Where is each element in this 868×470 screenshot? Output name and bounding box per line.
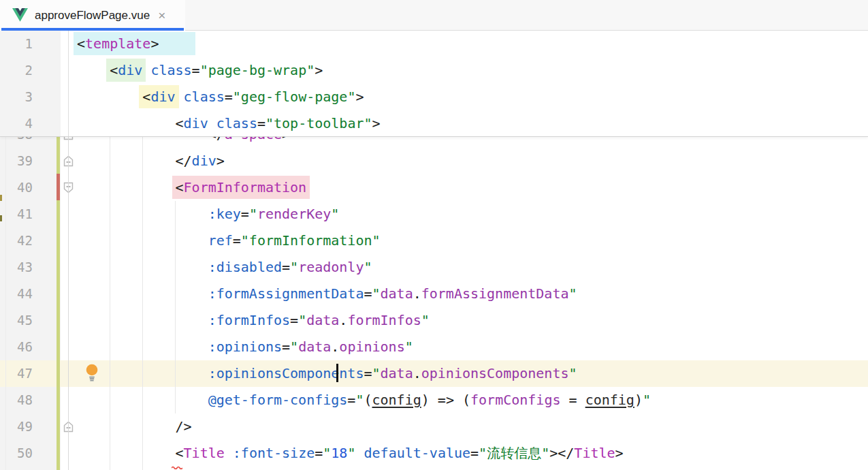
code-line[interactable]: 38 </a-space>: [0, 137, 868, 148]
code-line[interactable]: 39 </div>: [0, 148, 868, 174]
line-number[interactable]: 1: [0, 31, 33, 57]
text-caret: [336, 364, 338, 382]
code-line[interactable]: 47 :opinionsComponents="data.opinionsCom…: [0, 360, 868, 387]
code-line[interactable]: 4 <div class="top-toolbar">: [0, 110, 868, 137]
code-text: <template>: [77, 31, 192, 57]
code-token: [77, 445, 176, 461]
editor-tab-approveflowpage[interactable]: approveFlowPage.vue ×: [0, 0, 185, 31]
code-line[interactable]: 44 :formAssignmentData="data.formAssignm…: [0, 281, 868, 307]
tab-title: approveFlowPage.vue: [35, 9, 150, 22]
code-token: ): [421, 392, 430, 408]
code-line[interactable]: 42 ref="formInformation": [0, 228, 868, 254]
code-line[interactable]: 48 @get-form-configs="(config) => (formC…: [0, 387, 868, 413]
code-line[interactable]: 43 :disabled="readonly": [0, 254, 868, 281]
code-token: ": [421, 312, 430, 328]
code-text: </div>: [77, 148, 225, 174]
code-token: =: [347, 392, 355, 408]
code-text: ref="formInformation": [77, 228, 381, 254]
code-token: class: [184, 89, 225, 105]
lightbulb-icon[interactable]: [85, 363, 99, 385]
code-text: <div class="top-toolbar">: [77, 110, 381, 137]
code-line[interactable]: 46 :opinions="data.opinions": [0, 334, 868, 360]
code-token: =: [257, 115, 266, 131]
code-token: [77, 179, 176, 195]
code-token: [225, 445, 233, 461]
line-number[interactable]: 4: [0, 110, 33, 137]
code-text: :opinionsComponents="data.opinionsCompon…: [77, 360, 577, 387]
code-text: <div class="geg-flow-page">: [77, 84, 364, 110]
code-token: data: [298, 339, 331, 355]
code-token: =: [282, 259, 290, 275]
code-area: 38 </a-space>39 </div>40 <FormInformatio…: [0, 137, 868, 467]
code-token: class: [216, 115, 257, 131]
code-token: =: [192, 62, 200, 78]
code-token: [77, 115, 176, 131]
code-token: [560, 392, 568, 408]
code-text: <Title :font-size="18" default-value="流转…: [77, 440, 624, 467]
code-token: />: [176, 418, 192, 435]
code-token: :formAssignmentData: [208, 285, 364, 302]
code-token: class: [150, 62, 191, 78]
code-token: opinionsComponents: [421, 365, 569, 381]
code-token: "formInformation": [241, 232, 381, 249]
code-token: ": [372, 285, 380, 302]
tab-close-icon[interactable]: ×: [158, 9, 165, 22]
code-token: [355, 445, 364, 461]
sticky-lines-panel: 1<template> 2 <div class="page-bg-wrap">…: [0, 31, 868, 137]
code-text: <FormInformation: [77, 174, 306, 201]
code-text: <div class="page-bg-wrap">: [77, 57, 323, 84]
code-token: div: [184, 115, 208, 131]
code-token: >: [372, 115, 381, 131]
code-token: ): [634, 392, 643, 408]
code-token: formInfos: [347, 312, 421, 328]
code-token: data: [306, 312, 339, 328]
code-token: =: [470, 445, 479, 461]
code-token: ": [347, 445, 355, 461]
code-editor[interactable]: 38 </a-space>39 </div>40 <FormInformatio…: [0, 137, 868, 470]
code-token: :formInfos: [208, 312, 290, 328]
code-token: </: [176, 153, 192, 169]
code-line[interactable]: 3 <div class="geg-flow-page">: [0, 84, 868, 110]
code-token: ": [372, 365, 380, 381]
code-text: :formInfos="data.formInfos": [77, 307, 430, 334]
code-token: default-value: [364, 445, 471, 461]
code-token: >: [315, 62, 323, 78]
code-token: renderKey: [257, 206, 331, 222]
line-number[interactable]: 3: [0, 84, 33, 110]
code-token: ": [298, 312, 306, 328]
code-token: "geg-flow-page": [233, 89, 356, 105]
code-token: >: [355, 89, 364, 105]
code-line[interactable]: 45 :formInfos="data.formInfos": [0, 307, 868, 334]
stripe-mark: [0, 215, 2, 221]
code-token: ": [643, 392, 651, 408]
code-token: =: [225, 89, 233, 105]
code-line[interactable]: 1<template>: [0, 31, 868, 57]
code-token: (: [462, 392, 470, 408]
code-token: <: [139, 85, 150, 108]
code-token: <: [176, 115, 184, 131]
code-token: ": [249, 206, 257, 222]
indent-guide: [110, 137, 110, 470]
line-number[interactable]: 2: [0, 57, 33, 84]
code-line[interactable]: 49 />: [0, 413, 868, 440]
code-token: <: [106, 59, 118, 82]
code-line[interactable]: 41 :key="renderKey": [0, 201, 868, 228]
indent-guide: [142, 137, 143, 470]
code-token: [577, 392, 585, 408]
code-line[interactable]: 50 <Title :font-size="18" default-value=…: [0, 440, 868, 467]
code-token: "流转信息": [479, 445, 549, 461]
indent-guide: [175, 201, 176, 413]
code-token: .: [331, 339, 339, 355]
code-token: ref: [208, 232, 233, 249]
code-token: div: [150, 85, 178, 108]
code-text: :disabled="readonly": [77, 254, 372, 281]
code-token: 18: [331, 445, 347, 461]
code-line[interactable]: 40 <FormInformation: [0, 174, 868, 201]
code-line[interactable]: 2 <div class="page-bg-wrap">: [0, 57, 868, 84]
code-token: readonly: [298, 259, 364, 275]
code-token: ": [364, 259, 372, 275]
code-token: formConfigs: [470, 392, 560, 408]
code-token: =: [241, 206, 249, 222]
code-token: =: [569, 392, 577, 408]
code-token: =: [315, 445, 323, 461]
